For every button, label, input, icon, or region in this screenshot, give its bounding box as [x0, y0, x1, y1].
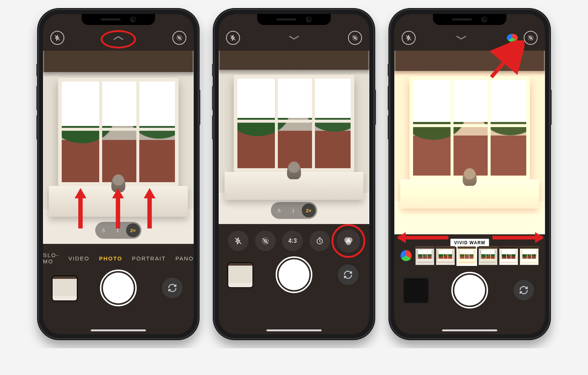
zoom-2x-selected[interactable]: 2× — [126, 223, 140, 237]
home-indicator[interactable] — [91, 329, 146, 331]
camera-viewfinder-filtered[interactable] — [394, 51, 545, 234]
last-photo-thumbnail[interactable] — [403, 278, 429, 303]
zoom-selector[interactable]: .5 1 2× — [95, 222, 141, 239]
options-chevron-down[interactable] — [416, 32, 507, 44]
zoom-1x[interactable]: 1 — [111, 225, 124, 235]
flash-off-icon[interactable] — [402, 31, 416, 45]
filter-active-indicator-icon — [507, 34, 518, 42]
notch — [433, 14, 506, 25]
flash-off-icon[interactable] — [226, 31, 240, 45]
zoom-0_5x[interactable]: .5 — [97, 225, 109, 235]
filter-thumb-original[interactable] — [415, 246, 434, 265]
aspect-ratio-button[interactable]: 4:3 — [282, 231, 303, 251]
annotation-swipe-right-arrow — [492, 233, 542, 242]
last-photo-thumbnail[interactable] — [227, 262, 253, 288]
live-photo-off-icon[interactable] — [524, 31, 538, 45]
mode-video[interactable]: VIDEO — [68, 255, 89, 262]
camera-flip-button[interactable] — [513, 280, 534, 300]
last-photo-thumbnail[interactable] — [52, 275, 78, 301]
filter-thumb-dramatic[interactable] — [499, 246, 518, 265]
camera-tool-row: 4:3 — [228, 229, 360, 253]
annotation-swipe-left-arrow — [398, 233, 448, 242]
filter-thumb-dramatic-warm[interactable] — [520, 246, 539, 265]
timer-button[interactable] — [309, 231, 330, 251]
filter-thumb-vivid[interactable] — [436, 246, 455, 265]
notch — [82, 14, 155, 25]
zoom-1x[interactable]: 1 — [287, 205, 300, 216]
mode-portrait[interactable]: PORTRAIT — [132, 255, 166, 262]
mode-photo-selected[interactable]: PHOTO — [99, 255, 122, 262]
camera-viewfinder[interactable]: .5 1 2× — [43, 51, 194, 244]
camera-flip-button[interactable] — [338, 264, 358, 285]
zoom-selector[interactable]: .5 1 2× — [271, 202, 317, 219]
camera-bottom-bar-filters: VIVID WARM — [394, 234, 545, 334]
filter-carousel[interactable]: VIVID WARM — [401, 245, 539, 266]
camera-flip-button[interactable] — [162, 278, 183, 298]
zoom-2x-selected[interactable]: 2× — [302, 203, 316, 217]
mode-slo-mo[interactable]: SLO-MO — [43, 252, 59, 264]
filter-thumb-vivid-warm[interactable] — [456, 245, 477, 266]
svg-line-19 — [528, 36, 533, 40]
camera-viewfinder[interactable]: .5 1 2× — [219, 51, 369, 224]
zoom-0_5x[interactable]: .5 — [272, 205, 285, 216]
shutter-button[interactable] — [454, 275, 485, 306]
filters-menu-icon[interactable] — [401, 250, 412, 261]
tutorial-three-up: .5 1 2× SLO-MO VIDEO PHOTO PORTRAIT PANO — [0, 0, 588, 348]
shutter-button[interactable] — [279, 259, 309, 290]
options-chevron-down[interactable] — [240, 32, 348, 44]
mode-pano[interactable]: PANO — [175, 255, 194, 262]
live-photo-off-icon[interactable] — [172, 31, 186, 45]
phone-step-3: VIVID WARM — [389, 9, 550, 339]
svg-line-3 — [177, 36, 182, 40]
camera-mode-scroller[interactable]: SLO-MO VIDEO PHOTO PORTRAIT PANO — [43, 252, 194, 264]
flash-off-icon[interactable] — [50, 31, 64, 45]
phone-step-2: .5 1 2× 4:3 — [214, 9, 374, 339]
filters-button[interactable] — [337, 229, 360, 253]
shutter-button[interactable] — [103, 273, 134, 303]
filter-thumb-vivid-cool[interactable] — [478, 246, 498, 265]
svg-line-7 — [353, 36, 357, 40]
home-indicator[interactable] — [266, 329, 322, 331]
options-chevron-up[interactable] — [64, 32, 172, 44]
live-photo-off-icon[interactable] — [348, 31, 362, 45]
live-photo-toggle-button[interactable] — [255, 231, 276, 251]
svg-point-15 — [346, 239, 351, 245]
flash-toggle-button[interactable] — [228, 231, 248, 251]
camera-bottom-bar: SLO-MO VIDEO PHOTO PORTRAIT PANO — [43, 244, 194, 334]
phone-step-1: .5 1 2× SLO-MO VIDEO PHOTO PORTRAIT PANO — [38, 9, 199, 339]
notch — [257, 14, 331, 25]
svg-line-11 — [263, 238, 268, 244]
camera-bottom-bar-expanded: 4:3 — [219, 224, 369, 334]
home-indicator[interactable] — [442, 329, 497, 331]
